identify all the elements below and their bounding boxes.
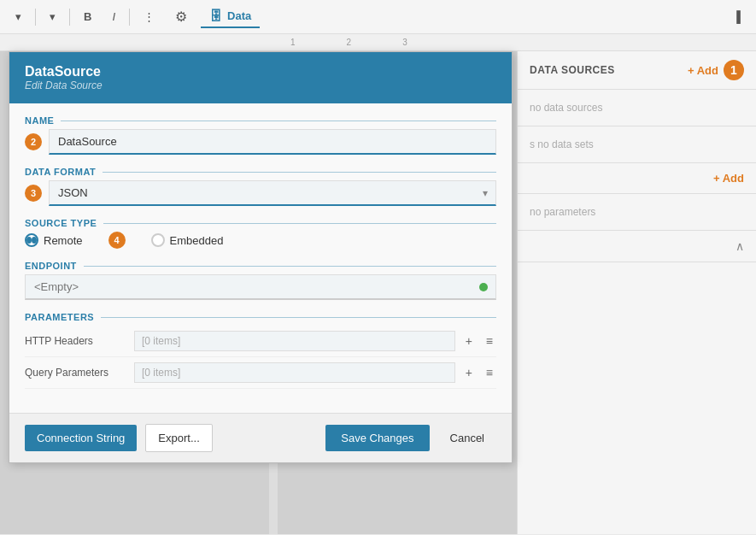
http-headers-menu-button[interactable]: ≡ — [483, 332, 496, 350]
embedded-radio-label: Embedded — [170, 234, 224, 247]
data-sources-header: DATA SOURCES + Add 1 — [518, 51, 756, 90]
query-params-row: Query Parameters [0 items] + ≡ — [25, 357, 496, 389]
add-badge: 1 — [724, 60, 744, 80]
remote-radio-label: Remote — [44, 234, 83, 247]
query-params-add-button[interactable]: + — [462, 364, 476, 381]
collapse-section: ∧ — [518, 231, 756, 262]
dropdown2-button[interactable]: ▾ — [43, 7, 62, 26]
embedded-radio-circle — [151, 233, 165, 247]
dialog-title: DataSource — [25, 64, 496, 79]
collapse-button[interactable]: ▐ — [726, 7, 747, 26]
source-type-label: SOURCE TYPE — [25, 218, 496, 228]
add-datasource-button[interactable]: + Add — [688, 64, 718, 77]
ruler: 1 2 3 — [0, 34, 756, 51]
query-params-menu-button[interactable]: ≡ — [483, 364, 496, 381]
http-headers-add-button[interactable]: + — [462, 332, 476, 350]
data-sources-title: DATA SOURCES — [530, 64, 615, 76]
source-type-field-group: SOURCE TYPE Remote 4 Embedded — [25, 218, 496, 249]
query-params-value: [0 items] — [134, 362, 455, 383]
dialog-footer: Connection String Export... Save Changes… — [9, 413, 512, 462]
toolbar: ▾ ▾ B I ⋮ ⚙ 🗄 Data ▐ — [0, 0, 756, 34]
dialog-subtitle: Edit Data Source — [25, 79, 496, 91]
http-headers-label: HTTP Headers — [25, 335, 127, 347]
divider1 — [35, 9, 36, 26]
gear-button[interactable]: ⚙ — [168, 5, 194, 28]
divider3 — [129, 9, 130, 26]
remote-radio-option[interactable]: Remote — [25, 233, 83, 247]
endpoint-wrapper — [25, 274, 496, 300]
endpoint-field-group: ENDPOINT — [25, 261, 496, 300]
source-type-badge: 4 — [108, 232, 126, 249]
bold-button[interactable]: B — [77, 7, 98, 26]
panel-collapse-icon: ▐ — [733, 10, 741, 23]
dropdown1-button[interactable]: ▾ — [9, 7, 28, 26]
section-collapse-button[interactable]: ∧ — [735, 239, 744, 253]
remote-radio-circle — [25, 233, 38, 247]
parameters-field-group: PARAMETERS HTTP Headers [0 items] + ≡ Qu… — [25, 312, 496, 389]
add2-header: + Add — [518, 163, 756, 194]
name-input[interactable] — [49, 129, 496, 155]
edit-datasource-dialog: DataSource Edit Data Source NAME 2 — [9, 51, 513, 463]
http-headers-row: HTTP Headers [0 items] + ≡ — [25, 326, 496, 357]
add2-button[interactable]: + Add — [713, 172, 744, 185]
no-datasets-content: s no data sets — [518, 126, 756, 163]
main-area: DATA SOURCES + Add 1 no data sources s n… — [0, 51, 756, 534]
endpoint-input[interactable] — [25, 274, 496, 300]
dialog-header: DataSource Edit Data Source — [9, 52, 512, 103]
more-button[interactable]: ⋮ — [137, 7, 161, 26]
name-field-group: NAME 2 — [25, 115, 496, 155]
endpoint-status-dot — [479, 283, 488, 291]
name-badge: 2 — [25, 133, 42, 150]
italic-button[interactable]: I — [105, 7, 122, 26]
name-label: NAME — [25, 115, 496, 126]
right-panel: DATA SOURCES + Add 1 no data sources s n… — [517, 51, 756, 534]
data-format-label: DATA FORMAT — [25, 167, 496, 177]
data-format-field-group: DATA FORMAT 3 JSON XML CSV ▾ — [25, 167, 496, 206]
cancel-button[interactable]: Cancel — [438, 425, 496, 451]
data-format-badge: 3 — [25, 185, 42, 202]
no-datasources-content: no data sources — [518, 90, 756, 126]
parameters-label: PARAMETERS — [25, 312, 496, 322]
query-params-label: Query Parameters — [25, 367, 127, 379]
export-button[interactable]: Export... — [145, 424, 212, 452]
http-headers-value: [0 items] — [134, 331, 455, 351]
save-changes-button[interactable]: Save Changes — [325, 425, 429, 451]
data-format-select[interactable]: JSON XML CSV — [49, 180, 496, 206]
database-icon: 🗄 — [209, 9, 222, 23]
source-type-radio-group: Remote 4 Embedded — [25, 232, 496, 249]
no-params-content: no parameters — [518, 194, 756, 231]
data-tab[interactable]: 🗄 Data — [201, 5, 260, 28]
dialog-body: NAME 2 DATA FORMAT 3 — [9, 103, 512, 413]
embedded-radio-option[interactable]: Embedded — [151, 233, 224, 247]
connection-string-button[interactable]: Connection String — [25, 425, 137, 451]
endpoint-label: ENDPOINT — [25, 261, 496, 271]
divider2 — [69, 9, 70, 26]
